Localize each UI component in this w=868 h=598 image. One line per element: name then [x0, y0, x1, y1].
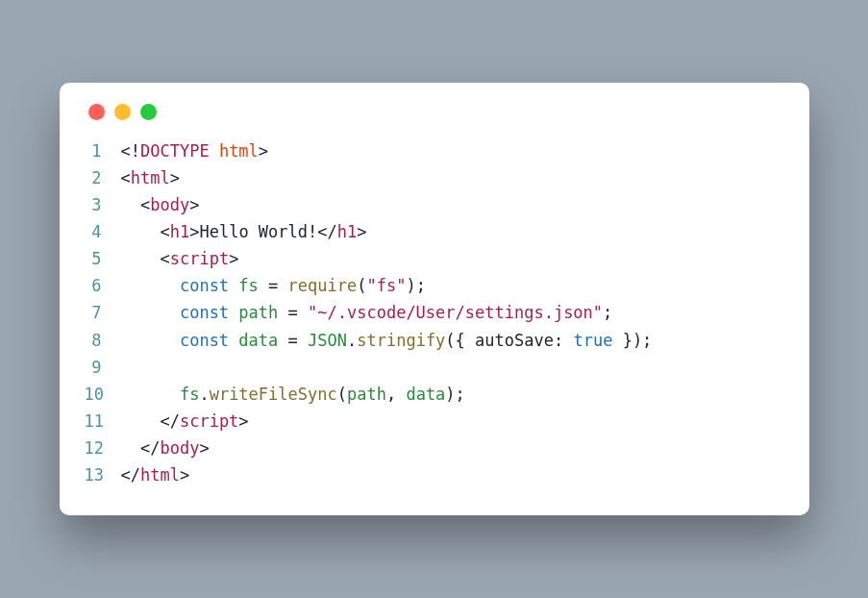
code-line: 8 const data = JSON.stringify({ autoSave… — [85, 327, 784, 354]
code-line: 3 <body> — [85, 191, 784, 218]
line-content: fs.writeFileSync(path, data); — [121, 381, 784, 408]
line-number: 11 — [85, 408, 121, 435]
zoom-icon[interactable] — [140, 104, 157, 120]
code-line: 13</html> — [85, 461, 784, 488]
line-content: const path = "~/.vscode/User/settings.js… — [121, 299, 784, 326]
line-content: <body> — [121, 191, 784, 218]
code-line: 5 <script> — [85, 245, 784, 272]
code-line: 12 </body> — [85, 435, 784, 461]
line-content: </script> — [121, 408, 784, 435]
line-number: 1 — [85, 137, 121, 164]
code-window: 1<!DOCTYPE html>2<html>3 <body>4 <h1>Hel… — [60, 83, 809, 515]
line-number: 5 — [85, 245, 121, 272]
line-content: <h1>Hello World!</h1> — [121, 218, 784, 245]
line-content: const data = JSON.stringify({ autoSave: … — [121, 327, 784, 354]
code-line: 9 — [85, 354, 784, 381]
code-line: 11 </script> — [85, 408, 784, 435]
code-line: 7 const path = "~/.vscode/User/settings.… — [85, 299, 784, 326]
line-content — [121, 354, 784, 381]
line-number: 4 — [85, 218, 121, 245]
window-traffic-lights — [85, 104, 784, 120]
code-line: 4 <h1>Hello World!</h1> — [85, 218, 784, 245]
line-content: <html> — [121, 164, 784, 191]
line-number: 2 — [85, 164, 121, 191]
close-icon[interactable] — [88, 104, 105, 120]
line-number: 13 — [85, 461, 121, 488]
line-content: </body> — [121, 435, 784, 461]
line-number: 8 — [85, 327, 121, 354]
line-number: 6 — [85, 272, 121, 299]
minimize-icon[interactable] — [114, 104, 131, 120]
code-line: 1<!DOCTYPE html> — [85, 137, 784, 164]
line-content: <script> — [121, 245, 784, 272]
line-number: 12 — [85, 435, 121, 461]
code-editor[interactable]: 1<!DOCTYPE html>2<html>3 <body>4 <h1>Hel… — [85, 137, 784, 488]
line-number: 10 — [85, 381, 121, 408]
code-line: 6 const fs = require("fs"); — [85, 272, 784, 299]
line-content: const fs = require("fs"); — [121, 272, 784, 299]
code-line: 10 fs.writeFileSync(path, data); — [85, 381, 784, 408]
line-number: 7 — [85, 299, 121, 326]
line-content: <!DOCTYPE html> — [121, 137, 784, 164]
line-number: 9 — [85, 354, 121, 381]
code-line: 2<html> — [85, 164, 784, 191]
line-content: </html> — [121, 461, 784, 488]
line-number: 3 — [85, 191, 121, 218]
